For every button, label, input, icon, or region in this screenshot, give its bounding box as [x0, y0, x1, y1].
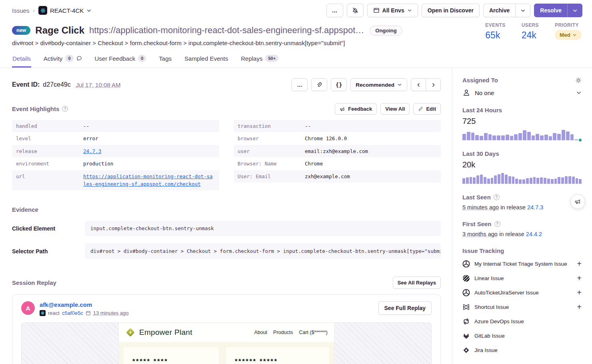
chart-bar [494, 175, 497, 184]
chart-bar [497, 135, 500, 140]
event-pagination [411, 78, 441, 91]
resolve-dropdown-button[interactable] [567, 4, 582, 17]
add-issue-button[interactable]: + [577, 303, 582, 311]
previous-event-button[interactable] [411, 78, 426, 91]
resolve-button[interactable]: Resolve [534, 4, 568, 17]
replay-preview[interactable]: Empower Plant AboutProductsCart ($******… [21, 322, 432, 364]
archive-dropdown-button[interactable] [515, 4, 530, 17]
react-project-icon [38, 6, 47, 15]
highlight-key: browser [238, 135, 305, 142]
bell-slash-icon [352, 7, 359, 14]
see-all-replays-button[interactable]: See All Replays [393, 276, 441, 289]
issue-tracking-item-my-internal-ticket-triage-system-issue[interactable]: My Internal Ticket Triage System Issue+ [462, 257, 582, 271]
view-all-button[interactable]: View All [380, 103, 410, 115]
tab-tags[interactable]: Tags [158, 52, 172, 68]
issue-tracking-item-azure-devops-issue[interactable]: Azure DevOps Issue [462, 314, 582, 328]
stat-value-link[interactable]: 65k [485, 30, 505, 41]
add-issue-button[interactable]: + [577, 274, 582, 282]
open-in-discover-button[interactable]: Open in Discover [422, 4, 480, 17]
highlight-value-link[interactable]: https://application-monitoring-react-dot… [83, 173, 215, 188]
gear-icon[interactable] [575, 77, 582, 84]
highlights-actions: Feedback View All Edit [335, 103, 441, 115]
chart-bar [566, 131, 570, 140]
issue-tracking-label: Shortcut Issue [474, 304, 509, 310]
stat-value-link[interactable]: 24k [522, 30, 539, 41]
issue-tracking-item-autoticketjiraserver-issue[interactable]: AutoTicketJiraServer Issue+ [462, 285, 582, 300]
first-seen-time[interactable]: 3 months ago [462, 231, 498, 237]
replay-time-ago[interactable]: 13 minutes ago [93, 310, 129, 316]
chevron-down-icon [576, 90, 582, 95]
highlight-row: environmentproduction [12, 157, 219, 170]
event-more-button[interactable]: … [292, 78, 308, 91]
top-bar: Issues › REACT-4CK … [0, 0, 592, 21]
last-seen-time[interactable]: 5 minutes ago [462, 204, 499, 211]
last-seen-release-link[interactable]: 24.7.3 [527, 204, 543, 211]
gitlab-icon [462, 332, 470, 340]
last-seen-line: 5 minutes ago in release 24.7.3 [462, 204, 582, 211]
highlight-row: levelerror [12, 132, 219, 145]
chart-bar [506, 135, 509, 140]
highlight-row: useremail:zxh@example.com [234, 145, 441, 157]
help-icon: ? [494, 194, 500, 200]
assignee-value: No one [475, 90, 494, 96]
project-selector[interactable]: REACT-4CK [38, 6, 92, 15]
view-json-button[interactable]: {} [331, 78, 347, 91]
see-full-replay-button[interactable]: See Full Replay [378, 301, 432, 315]
issue-tracking-item-jira-issue[interactable]: Jira Issue [462, 343, 582, 357]
shortcut-icon [462, 303, 470, 311]
next-event-button[interactable] [426, 78, 441, 91]
add-issue-button[interactable]: + [577, 288, 582, 296]
archive-button[interactable]: Archive [483, 4, 516, 17]
replay-user-link[interactable]: afk@example.com [40, 301, 92, 308]
window-icon [373, 7, 380, 14]
replay-id-link[interactable]: c5af0e5c [62, 310, 83, 316]
evidence-row: Selector Pathdiv#root > div#body-contain… [12, 243, 441, 259]
feedback-label: Feedback [348, 106, 372, 112]
floating-feedback-button[interactable] [570, 194, 585, 209]
highlight-value: production [83, 160, 113, 167]
tab-label: Replays [241, 55, 262, 62]
section-title: Event Highlights [12, 105, 59, 112]
edit-button[interactable]: Edit [413, 103, 441, 115]
event-highlights-tables: handled--levelerrorrelease24.7.3environm… [12, 120, 441, 190]
issue-tracking-label: My Internal Ticket Triage System Issue [474, 261, 567, 267]
issue-tracking-item-linear-issue[interactable]: Linear Issue+ [462, 271, 582, 285]
first-seen-release-link[interactable]: 24.4.2 [526, 231, 542, 237]
chart-bar [473, 177, 476, 184]
tab-details[interactable]: Details [12, 52, 31, 68]
copy-event-link-button[interactable] [311, 78, 327, 91]
event-timestamp[interactable]: Jul 17, 10:08 AM [76, 82, 121, 88]
feedback-button[interactable]: Feedback [335, 103, 377, 115]
chart-bar [491, 178, 494, 184]
chart-bar [565, 176, 568, 184]
chart-bar [475, 135, 479, 141]
issue-tracking-item-gitlab-issue[interactable]: GitLab Issue [462, 328, 582, 343]
tab-activity[interactable]: Activity0 [43, 52, 82, 68]
tab-replays[interactable]: Replays50+ [240, 52, 279, 68]
chart-bar [476, 175, 479, 184]
mute-alerts-button[interactable] [347, 4, 364, 17]
assignee-dropdown[interactable]: No one [462, 89, 582, 97]
replay-nav-item-about: About [254, 330, 267, 335]
add-issue-button[interactable]: + [577, 260, 582, 268]
priority-dropdown[interactable]: Med [555, 30, 582, 40]
tab-user-feedback[interactable]: User Feedback0 [94, 52, 147, 68]
chart-bar [514, 134, 518, 140]
tab-sampled-events[interactable]: Sampled Events [184, 52, 228, 68]
more-actions-button[interactable]: … [326, 4, 343, 17]
replay-product-card: ***** ******* **** **** *** *******Add t… [124, 347, 219, 364]
section-title: Session Replay [12, 279, 56, 286]
last-24h-block: Last 24 Hours 725 [462, 107, 582, 140]
event-selector-dropdown[interactable]: Recommended [350, 78, 407, 91]
issue-details-page: Issues › REACT-4CK … [0, 0, 592, 364]
highlight-value-link[interactable]: 24.7.3 [83, 147, 101, 155]
chart-bar [530, 178, 532, 184]
chart-bar [515, 179, 518, 184]
avatar: A [21, 301, 35, 315]
issue-tracking-item-shortcut-issue[interactable]: Shortcut Issue+ [462, 300, 582, 314]
highlight-value: Chrome [305, 160, 323, 167]
breadcrumb-issues-link[interactable]: Issues [12, 7, 29, 14]
issue-tabs: DetailsActivity0User Feedback0TagsSample… [0, 52, 592, 68]
environment-selector[interactable]: All Envs [367, 4, 418, 17]
chart-bar [533, 177, 536, 184]
